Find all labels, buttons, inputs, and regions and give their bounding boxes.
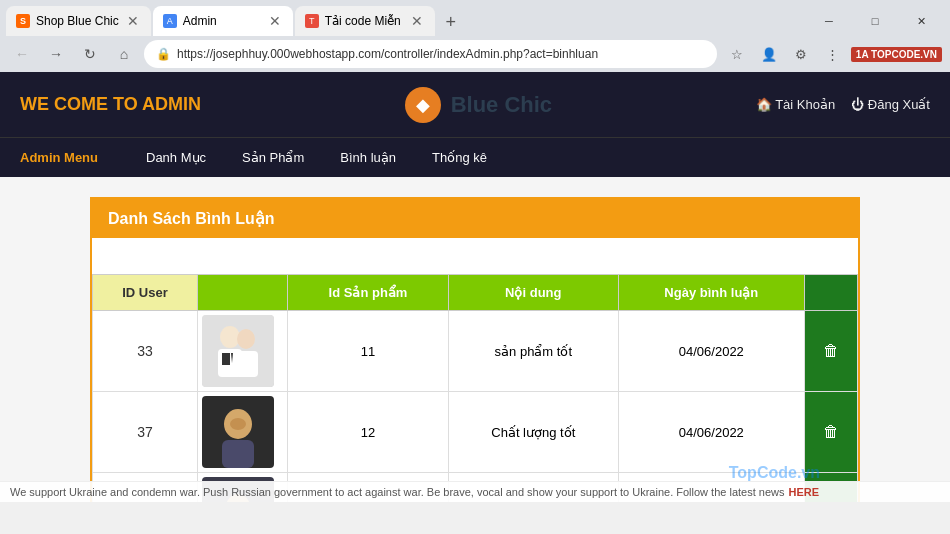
tab-shop-close[interactable]: ✕ [125, 13, 141, 29]
svg-point-4 [237, 329, 255, 349]
forward-button[interactable]: → [42, 40, 70, 68]
row1-action-cell: 🗑 [805, 311, 858, 392]
account-button[interactable]: 👤 [755, 40, 783, 68]
nav-item-danh-muc[interactable]: Danh Mục [128, 140, 224, 175]
row1-avatar-img [202, 315, 274, 387]
svg-rect-9 [222, 440, 254, 468]
row1-delete-button[interactable]: 🗑 [813, 333, 849, 369]
row2-delete-button[interactable]: 🗑 [813, 414, 849, 450]
window-minimize-button[interactable]: ─ [806, 6, 852, 36]
tab-shop-favicon: S [16, 14, 30, 28]
tab-shop-label: Shop Blue Chic [36, 14, 119, 28]
th-id-san-pham: Id Sản phẩm [288, 275, 449, 311]
row2-product-id: 12 [288, 392, 449, 473]
search-area [92, 238, 858, 274]
comments-table: ID User Id Sản phẩm Nội dung Ngày bình l… [92, 274, 858, 502]
copyright-text: We support Ukraine and condemn war. Push… [10, 486, 784, 498]
star-button[interactable]: ☆ [723, 40, 751, 68]
main-content: Danh Sách Bình Luận ID User Id Sản phẩm … [0, 177, 950, 502]
row2-avatar-img [202, 396, 274, 468]
url-text: https://josephhuy.000webhostapp.com/cont… [177, 47, 598, 61]
th-id-user: ID User [93, 275, 198, 311]
tab-tai-label: Tải code Miễn [325, 14, 401, 28]
lock-icon: 🔒 [156, 47, 171, 61]
nav-items: Danh Mục Sản Phẩm Bình luận Thống kê [128, 140, 505, 175]
copyright-link[interactable]: HERE [788, 486, 819, 498]
account-link[interactable]: 🏠 Tài Khoản [756, 97, 835, 112]
tab-admin-close[interactable]: ✕ [267, 13, 283, 29]
reload-button[interactable]: ↻ [76, 40, 104, 68]
tab-tai[interactable]: T Tải code Miễn ✕ [295, 6, 435, 36]
row2-avatar-svg [202, 396, 274, 468]
nav-bar: Admin Menu Danh Mục Sản Phẩm Bình luận T… [0, 137, 950, 177]
tab-tai-close[interactable]: ✕ [409, 13, 425, 29]
tab-shop[interactable]: S Shop Blue Chic ✕ [6, 6, 151, 36]
table-row: 37 [93, 392, 858, 473]
content-title: Danh Sách Bình Luận [92, 199, 858, 238]
svg-rect-5 [236, 351, 258, 377]
nav-item-binh-luan[interactable]: Bình luận [322, 140, 414, 175]
th-noi-dung: Nội dung [448, 275, 618, 311]
nav-item-thong-ke[interactable]: Thống kê [414, 140, 505, 175]
tab-admin[interactable]: A Admin ✕ [153, 6, 293, 36]
row2-avatar [198, 392, 288, 473]
tab-tai-favicon: T [305, 14, 319, 28]
svg-rect-3 [222, 353, 230, 365]
url-bar[interactable]: 🔒 https://josephhuy.000webhostapp.com/co… [144, 40, 717, 68]
window-close-button[interactable]: ✕ [898, 6, 944, 36]
row2-id: 37 [93, 392, 198, 473]
row1-id: 33 [93, 311, 198, 392]
home-button[interactable]: ⌂ [110, 40, 138, 68]
header-logo: ◆ Blue Chic [201, 87, 756, 123]
logo-text: Blue Chic [451, 92, 552, 118]
nav-menu-label: Admin Menu [20, 150, 98, 165]
svg-point-10 [230, 418, 246, 430]
row1-content: sản phẩm tốt [448, 311, 618, 392]
table-row: 33 [93, 311, 858, 392]
tab-admin-label: Admin [183, 14, 217, 28]
th-action [805, 275, 858, 311]
row2-action-cell: 🗑 [805, 392, 858, 473]
logout-link[interactable]: ⏻ Đăng Xuất [851, 97, 930, 112]
menu-button[interactable]: ⋮ [819, 40, 847, 68]
row2-date: 04/06/2022 [618, 392, 804, 473]
th-avatar [198, 275, 288, 311]
back-button[interactable]: ← [8, 40, 36, 68]
row1-date: 04/06/2022 [618, 311, 804, 392]
row1-avatar [198, 311, 288, 392]
row1-avatar-svg [202, 315, 274, 387]
row2-content: Chất lượng tốt [448, 392, 618, 473]
svg-point-1 [220, 326, 240, 348]
nav-item-san-pham[interactable]: Sản Phẩm [224, 140, 322, 175]
extension-button[interactable]: ⚙ [787, 40, 815, 68]
tab-admin-favicon: A [163, 14, 177, 28]
row1-product-id: 11 [288, 311, 449, 392]
site-header: WE COME TO ADMIN ◆ Blue Chic 🏠 Tài Khoản… [0, 72, 950, 137]
copyright-bar: We support Ukraine and condemn war. Push… [0, 481, 950, 502]
window-maximize-button[interactable]: □ [852, 6, 898, 36]
new-tab-button[interactable]: + [437, 8, 465, 36]
header-nav: 🏠 Tài Khoản ⏻ Đăng Xuất [756, 97, 930, 112]
topcode-logo: 1A TOPCODE.VN [851, 47, 942, 62]
content-box: Danh Sách Bình Luận ID User Id Sản phẩm … [90, 197, 860, 502]
header-title: WE COME TO ADMIN [20, 94, 201, 115]
logo-icon: ◆ [405, 87, 441, 123]
th-ngay-binh-luan: Ngày bình luận [618, 275, 804, 311]
